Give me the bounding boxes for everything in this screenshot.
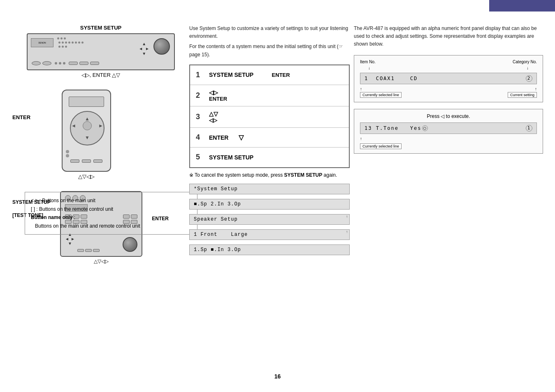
fp-d2-arrow: ↑ xyxy=(360,136,537,141)
avr-knob xyxy=(153,38,170,55)
fp-d2-screen-text: 13 T.Tone Yes xyxy=(365,125,421,131)
fp-d2-bottom-label: Currently selected line xyxy=(360,142,537,149)
right-intro: The AVR-487 is equipped with an alpha nu… xyxy=(354,25,543,48)
disp2-text: ■.Sp 2.In 3.Op xyxy=(189,199,350,210)
disp5-text: 1.Sp ■.In 3.Op xyxy=(189,244,350,255)
step4-content: ENTER ▽ xyxy=(209,134,343,141)
step3-content: △▽ ◁▷ xyxy=(209,111,343,123)
d1-arrow-down-left: ↓ xyxy=(368,66,370,70)
step2-num: 2 xyxy=(196,91,203,100)
disp1-text: *System Setup xyxy=(189,184,350,194)
legend-row1: < > : Buttons on the main unit xyxy=(31,196,191,205)
fp-d2-circle: ○ xyxy=(422,125,428,131)
avr-display: DENON xyxy=(31,38,53,47)
diagram3-arrow-label: △▽◁▷ xyxy=(53,258,150,264)
remote-unit: ▲◄►▼ xyxy=(62,90,111,172)
legend-sym1: < > xyxy=(31,198,38,203)
disp4-text: 1 Front Large ↑ xyxy=(189,229,350,240)
step1-content: SYSTEM SETUP ENTER xyxy=(209,71,343,78)
display-2: ■.Sp 2.In 3.Op xyxy=(189,197,350,211)
fp-d1-bottom-labels: Currently selected line Current setting xyxy=(360,92,537,98)
step3-num: 3 xyxy=(196,113,203,121)
step3-main: △▽ xyxy=(209,111,343,117)
step2-detail: ENTER xyxy=(209,96,343,102)
step-2: 2 ◁▷ ENTER xyxy=(190,85,349,106)
display-1: *System Setup xyxy=(189,182,350,196)
step4-num: 4 xyxy=(196,133,203,142)
legend-text1: : Buttons on the main unit xyxy=(39,198,95,203)
page-number: 16 xyxy=(274,373,281,380)
step-5: 5 SYSTEM SETUP xyxy=(190,148,349,167)
fp-d2-screen: 13 T.Tone Yes ○ 1 xyxy=(360,122,537,134)
remote-display-area xyxy=(69,97,104,107)
left-column: SYSTEM SETUP DENON xyxy=(12,25,189,276)
steps-container: 1 SYSTEM SETUP ENTER 2 ◁▷ ENTER 3 △▽ ◁▷ … xyxy=(189,65,350,168)
disp3-text: Speaker Setup ↑ xyxy=(189,214,350,225)
right-column: The AVR-487 is equipped with an alpha nu… xyxy=(354,25,543,157)
cancel-note: ※ To cancel the system setup mode, press… xyxy=(189,172,350,178)
step2-main: ◁▷ xyxy=(209,89,343,96)
step2-content: ◁▷ ENTER xyxy=(209,89,343,102)
d1-arrow-down-right: ↓ xyxy=(527,66,529,70)
legend-text2: : Buttons on the remote control unit xyxy=(36,206,113,212)
fp-d1-label-right: Current setting xyxy=(508,92,537,98)
step5-content: SYSTEM SETUP xyxy=(209,154,343,161)
diagram1-title: SYSTEM SETUP xyxy=(12,25,189,31)
legend-text3: : xyxy=(74,214,75,220)
label-item-no: Item No. xyxy=(360,60,376,64)
middle-column: Use System Setup to customize a variety … xyxy=(189,25,350,258)
d1-arrow-up-left: ↑ xyxy=(360,87,362,91)
diagram1-arrow-label: ◁▷, ENTER △▽ xyxy=(27,72,175,78)
fp-diagram1: Item No. Category No. ↓ ↓ 1 COAX1 CD 2 ↑… xyxy=(354,55,543,102)
diagram2-enter-label: ENTER xyxy=(12,114,30,120)
fp-d1-screen-text: 1 COAX1 CD xyxy=(365,76,418,81)
fp-diagram2: Press ◁ to execute. 13 T.Tone Yes ○ 1 ↑ … xyxy=(354,109,543,154)
step4-main: ENTER xyxy=(209,134,228,141)
fp-d2-instruction: Press ◁ to execute. xyxy=(360,113,537,119)
display-examples: *System Setup ■.Sp 2.In 3.Op Speaker Set… xyxy=(189,182,350,257)
step1-num: 1 xyxy=(196,71,203,79)
fp-d1-label-left: Currently selected line xyxy=(360,92,402,98)
step-1: 1 SYSTEM SETUP ENTER xyxy=(190,65,349,85)
legend-label3: Button name only xyxy=(31,214,72,220)
step4-detail: ▽ xyxy=(239,134,244,141)
disp4-indicator: ↑ xyxy=(346,230,348,234)
fp-d1-screen: 1 COAX1 CD 2 xyxy=(360,73,537,84)
fp-d1-labels-top: Item No. Category No. xyxy=(360,60,537,64)
disp3-indicator: ↑ xyxy=(346,215,348,219)
step3-detail2: ◁▷ xyxy=(209,117,343,123)
fp-d1-circle-num: 2 xyxy=(526,75,532,82)
step1-detail: ENTER xyxy=(272,72,290,78)
step-4: 4 ENTER ▽ xyxy=(190,128,349,148)
diagram-remote: ENTER ▲◄►▼ xyxy=(12,90,189,180)
fp-d2-circle-num: 1 xyxy=(526,125,532,131)
display-4: 1 Front Large ↑ xyxy=(189,228,350,242)
diagram-avr-main: SYSTEM SETUP DENON xyxy=(12,25,189,78)
step-3: 3 △▽ ◁▷ xyxy=(190,106,349,128)
display-5: 1.Sp ■.In 3.Op xyxy=(189,243,350,257)
avr-main-unit: DENON xyxy=(27,33,175,70)
fp-d2-label-left: Currently selected line xyxy=(360,143,402,149)
d1-arrow-up-right: ↑ xyxy=(535,87,537,91)
top-bar xyxy=(489,0,555,12)
fp-d1-arrows-down: ↓ ↓ xyxy=(360,66,537,70)
diagram2-arrow-label: △▽◁▷ xyxy=(62,173,111,180)
step5-main: SYSTEM SETUP xyxy=(209,154,253,161)
step1-main: SYSTEM SETUP xyxy=(209,71,253,78)
cancel-note-bold: SYSTEM SETUP xyxy=(284,172,323,178)
legend-sym2: [ ] xyxy=(31,206,35,212)
legend-row2: [ ] : Buttons on the remote control unit xyxy=(31,205,191,213)
legend-row3: Button name only : xyxy=(31,213,191,221)
display-3: Speaker Setup ↑ xyxy=(189,212,350,226)
cancel-note-text: ※ To cancel the system setup mode, press xyxy=(189,172,284,178)
step5-num: 5 xyxy=(196,153,203,161)
label-category-no: Category No. xyxy=(513,60,537,64)
legend-box: < > : Buttons on the main unit [ ] : But… xyxy=(25,192,197,235)
fp-d1-arrows-up: ↑ ↑ xyxy=(360,87,537,91)
intro-para2: For the contents of a system menu and th… xyxy=(189,43,350,58)
cancel-note-end: again. xyxy=(322,172,337,178)
legend-row4: Buttons on the main unit and remote cont… xyxy=(31,222,191,230)
intro-para1: Use System Setup to customize a variety … xyxy=(189,25,350,40)
